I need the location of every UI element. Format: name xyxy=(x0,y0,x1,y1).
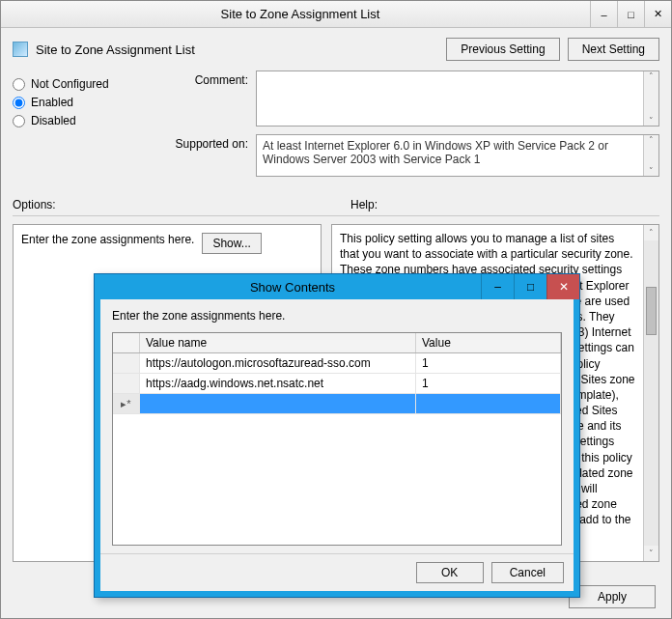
radio-disabled-label: Disabled xyxy=(31,114,76,127)
window-controls: – □ ✕ xyxy=(590,1,671,27)
new-row-marker[interactable]: ▸* xyxy=(113,394,140,413)
grid-header-selector xyxy=(113,333,140,352)
grid-header-name[interactable]: Value name xyxy=(140,333,416,352)
comment-label: Comment: xyxy=(161,70,248,87)
dialog-title: Show Contents xyxy=(104,280,481,295)
dialog-titlebar: Show Contents – □ ✕ xyxy=(95,274,579,299)
previous-setting-button[interactable]: Previous Setting xyxy=(446,38,559,61)
supported-value: At least Internet Explorer 6.0 in Window… xyxy=(257,135,643,176)
ok-button[interactable]: OK xyxy=(416,562,484,583)
state-radios: Not Configured Enabled Disabled xyxy=(13,70,148,184)
supported-row: Supported on: At least Internet Explorer… xyxy=(161,134,659,177)
options-prompt: Enter the zone assignments here. xyxy=(21,233,194,246)
table-row[interactable]: https://autologon.microsoftazuread-sso.c… xyxy=(113,353,561,374)
maximize-button[interactable]: □ xyxy=(617,1,644,27)
radio-not-configured-input[interactable] xyxy=(13,78,25,91)
supported-label: Supported on: xyxy=(161,134,248,151)
radio-disabled-input[interactable] xyxy=(13,115,25,127)
dialog-inner: Enter the zone assignments here. Value n… xyxy=(100,299,574,553)
comment-supported-area: Comment: ˄˅ Supported on: At least Inter… xyxy=(161,70,659,184)
dialog-footer: OK Cancel xyxy=(100,553,574,591)
window-title: Site to Zone Assignment List xyxy=(11,7,590,21)
radio-disabled[interactable]: Disabled xyxy=(13,114,148,127)
dialog-body: Enter the zone assignments here. Value n… xyxy=(95,299,579,597)
dialog-close-button[interactable]: ✕ xyxy=(546,274,579,299)
show-contents-dialog: Show Contents – □ ✕ Enter the zone assig… xyxy=(94,273,580,598)
show-button[interactable]: Show... xyxy=(202,233,261,254)
radio-enabled[interactable]: Enabled xyxy=(13,96,148,109)
table-row[interactable]: https://aadg.windows.net.nsatc.net 1 xyxy=(113,374,561,394)
grid-header-value[interactable]: Value xyxy=(416,333,561,352)
table-row-new[interactable]: ▸* xyxy=(113,394,561,414)
options-label: Options: xyxy=(13,198,322,211)
policy-title: Site to Zone Assignment List xyxy=(36,42,195,57)
help-scrollbar[interactable]: ˄ ˅ xyxy=(643,225,658,561)
supported-scrollbar[interactable]: ˄˅ xyxy=(643,135,658,176)
header-left: Site to Zone Assignment List xyxy=(13,42,195,57)
row-name-cell[interactable]: https://autologon.microsoftazuread-sso.c… xyxy=(140,353,416,373)
radio-not-configured-label: Not Configured xyxy=(31,77,109,91)
upper-settings: Not Configured Enabled Disabled Comment:… xyxy=(13,70,659,184)
minimize-button[interactable]: – xyxy=(590,1,617,27)
row-name-cell[interactable]: https://aadg.windows.net.nsatc.net xyxy=(140,374,416,393)
dialog-maximize-button[interactable]: □ xyxy=(514,274,546,299)
dialog-minimize-button[interactable]: – xyxy=(481,274,514,299)
dialog-window-controls: – □ ✕ xyxy=(481,274,579,299)
scroll-thumb[interactable] xyxy=(646,287,657,335)
separator xyxy=(13,215,659,216)
radio-enabled-label: Enabled xyxy=(31,96,73,109)
radio-not-configured[interactable]: Not Configured xyxy=(13,77,148,91)
gpo-setting-window: Site to Zone Assignment List – □ ✕ Site … xyxy=(0,0,672,619)
supported-textbox: At least Internet Explorer 6.0 in Window… xyxy=(256,134,659,177)
scroll-track[interactable] xyxy=(644,240,658,546)
row-selector[interactable] xyxy=(113,374,140,393)
help-label: Help: xyxy=(350,198,378,211)
policy-icon xyxy=(13,42,28,57)
header-row: Site to Zone Assignment List Previous Se… xyxy=(13,38,659,61)
zone-grid[interactable]: Value name Value https://autologon.micro… xyxy=(112,332,562,546)
dialog-prompt: Enter the zone assignments here. xyxy=(112,309,562,323)
next-setting-button[interactable]: Next Setting xyxy=(568,38,659,61)
comment-scrollbar[interactable]: ˄˅ xyxy=(643,71,658,126)
scroll-up-icon[interactable]: ˄ xyxy=(649,225,654,240)
titlebar: Site to Zone Assignment List – □ ✕ xyxy=(1,1,671,28)
footer: Apply xyxy=(569,585,656,608)
row-selector[interactable] xyxy=(113,353,140,373)
comment-value xyxy=(257,71,643,126)
comment-row: Comment: ˄˅ xyxy=(161,70,659,127)
radio-enabled-input[interactable] xyxy=(13,97,25,109)
cancel-button[interactable]: Cancel xyxy=(491,562,564,583)
nav-buttons: Previous Setting Next Setting xyxy=(446,38,659,61)
close-button[interactable]: ✕ xyxy=(644,1,671,27)
comment-textbox[interactable]: ˄˅ xyxy=(256,70,659,127)
section-labels-row: Options: Help: xyxy=(13,198,659,211)
new-row-value-cell[interactable] xyxy=(416,394,561,413)
grid-header: Value name Value xyxy=(113,333,561,353)
row-value-cell[interactable]: 1 xyxy=(416,353,561,373)
grid-empty-area xyxy=(113,414,561,545)
apply-button[interactable]: Apply xyxy=(569,585,656,608)
scroll-down-icon[interactable]: ˅ xyxy=(649,546,654,561)
row-value-cell[interactable]: 1 xyxy=(416,374,561,393)
new-row-name-cell[interactable] xyxy=(140,394,416,413)
